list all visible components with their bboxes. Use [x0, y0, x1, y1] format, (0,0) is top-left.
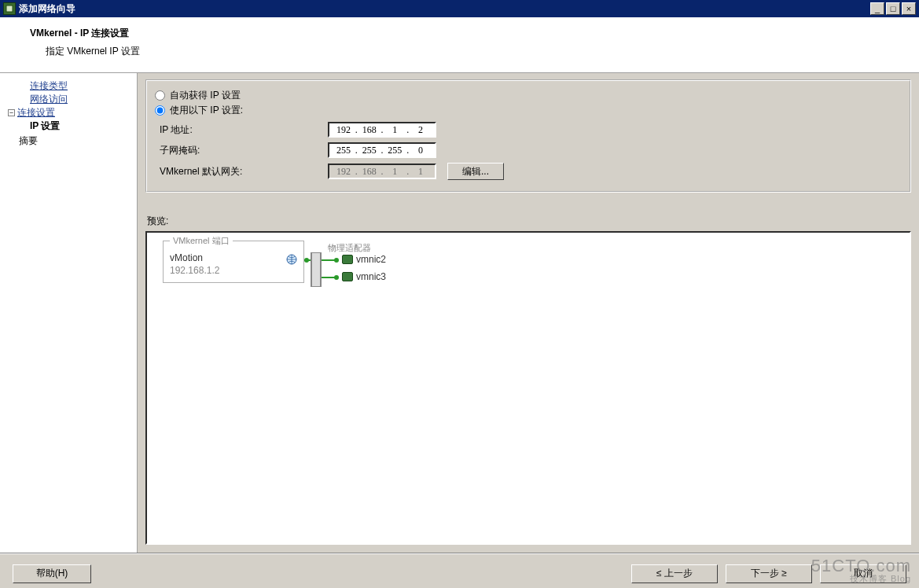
- radio-auto-ip-label: 自动获得 IP 设置: [170, 89, 241, 102]
- step-ip-settings: IP 设置: [30, 119, 129, 133]
- ip-settings-group: 自动获得 IP 设置 使用以下 IP 设置: IP 地址: 192. 168. …: [145, 79, 911, 193]
- vswitch-icon: [311, 252, 322, 287]
- subnet-mask-field[interactable]: 255. 255. 255. 0: [328, 142, 436, 158]
- nic-name: vmnic3: [356, 271, 386, 282]
- default-gateway-field: 192. 168. 1. 1: [328, 164, 436, 179]
- page-subtitle: 指定 VMkernel IP 设置: [46, 45, 903, 58]
- step-connection-settings[interactable]: 连接设置: [17, 106, 55, 119]
- wizard-steps-sidebar: 连接类型 网络访问 − 连接设置 IP 设置 摘要: [0, 73, 138, 553]
- preview-panel: VMkernel 端口 vMotion 192.168.1.2 物理适配器: [145, 231, 911, 545]
- physical-nic: vmnic2: [342, 254, 386, 265]
- portgroup-box: VMkernel 端口 vMotion 192.168.1.2: [163, 241, 304, 283]
- minimize-button[interactable]: _: [870, 2, 884, 15]
- globe-icon: [286, 254, 297, 267]
- maximize-button[interactable]: □: [886, 2, 900, 15]
- radio-manual-ip-input[interactable]: [155, 105, 165, 116]
- svg-rect-0: [6, 6, 13, 12]
- edit-gateway-button[interactable]: 编辑...: [447, 163, 504, 180]
- ip-address-label: IP 地址:: [155, 123, 328, 137]
- radio-auto-ip-input[interactable]: [155, 90, 165, 101]
- wizard-header: VMkernel - IP 连接设置 指定 VMkernel IP 设置: [0, 17, 919, 73]
- window-title: 添加网络向导: [19, 2, 870, 16]
- connector-dot: [334, 275, 339, 280]
- help-button[interactable]: 帮助(H): [13, 564, 91, 583]
- next-button[interactable]: 下一步 ≥: [726, 564, 812, 583]
- radio-auto-ip[interactable]: 自动获得 IP 设置: [155, 89, 902, 102]
- tree-expander-icon[interactable]: −: [8, 109, 15, 116]
- portgroup-name: vMotion: [170, 252, 297, 263]
- portgroup-ip: 192.168.1.2: [170, 265, 297, 276]
- radio-manual-ip-label: 使用以下 IP 设置:: [170, 104, 243, 117]
- app-icon: [3, 2, 16, 15]
- physical-nic: vmnic3: [342, 271, 386, 282]
- nic-icon: [342, 255, 353, 264]
- page-title: VMkernel - IP 连接设置: [30, 27, 903, 40]
- physical-adapters-label: 物理适配器: [328, 242, 371, 254]
- cancel-button[interactable]: 取消: [820, 564, 906, 583]
- step-network-access[interactable]: 网络访问: [30, 93, 129, 106]
- connector-line: [304, 259, 311, 261]
- radio-manual-ip[interactable]: 使用以下 IP 设置:: [155, 104, 902, 117]
- close-button[interactable]: ×: [902, 2, 916, 15]
- default-gateway-label: VMkernel 默认网关:: [155, 165, 328, 178]
- subnet-mask-label: 子网掩码:: [155, 144, 328, 157]
- portgroup-legend: VMkernel 端口: [170, 235, 233, 247]
- wizard-footer: 帮助(H) ≤ 上一步 下一步 ≥ 取消: [0, 553, 919, 588]
- network-diagram: VMkernel 端口 vMotion 192.168.1.2 物理适配器: [163, 241, 446, 283]
- ip-address-field[interactable]: 192. 168. 1. 2: [328, 122, 436, 138]
- title-bar: 添加网络向导 _ □ ×: [0, 0, 919, 17]
- nic-name: vmnic2: [356, 254, 386, 265]
- connector-dot: [334, 258, 339, 263]
- nic-icon: [342, 272, 353, 281]
- step-summary: 摘要: [19, 134, 129, 148]
- step-connection-type[interactable]: 连接类型: [30, 79, 129, 93]
- back-button[interactable]: ≤ 上一步: [631, 564, 718, 583]
- preview-label: 预览:: [147, 215, 911, 228]
